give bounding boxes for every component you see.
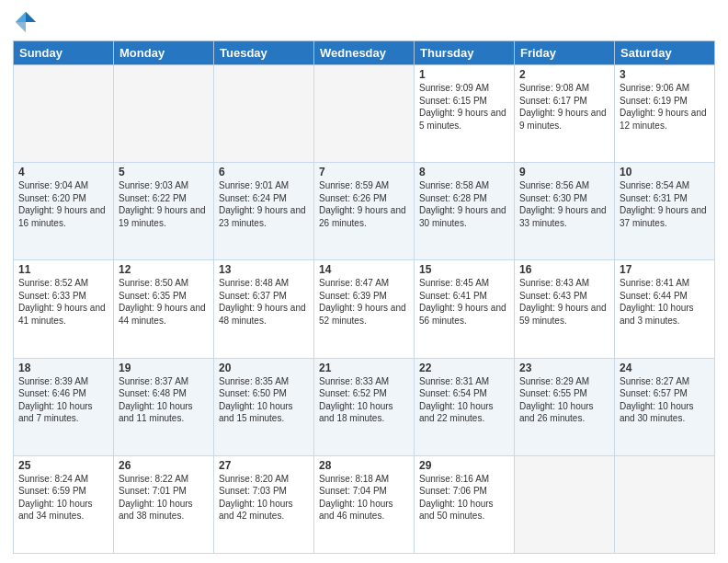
day-info: Sunrise: 8:31 AM Sunset: 6:54 PM Dayligh… (419, 375, 509, 425)
table-row: 22Sunrise: 8:31 AM Sunset: 6:54 PM Dayli… (415, 358, 515, 455)
table-row (114, 65, 214, 163)
table-row: 2Sunrise: 9:08 AM Sunset: 6:17 PM Daylig… (515, 65, 615, 163)
day-info: Sunrise: 8:16 AM Sunset: 7:06 PM Dayligh… (419, 473, 509, 523)
table-row: 8Sunrise: 8:58 AM Sunset: 6:28 PM Daylig… (415, 163, 515, 260)
table-row: 14Sunrise: 8:47 AM Sunset: 6:39 PM Dayli… (314, 260, 415, 358)
day-info: Sunrise: 8:47 AM Sunset: 6:39 PM Dayligh… (319, 277, 409, 327)
day-info: Sunrise: 8:56 AM Sunset: 6:30 PM Dayligh… (519, 179, 609, 229)
table-row: 5Sunrise: 9:03 AM Sunset: 6:22 PM Daylig… (114, 163, 214, 260)
header (13, 9, 715, 35)
day-info: Sunrise: 8:18 AM Sunset: 7:04 PM Dayligh… (319, 473, 409, 523)
day-info: Sunrise: 9:06 AM Sunset: 6:19 PM Dayligh… (620, 82, 710, 132)
day-number: 3 (620, 68, 710, 81)
calendar-week-row: 25Sunrise: 8:24 AM Sunset: 6:59 PM Dayli… (14, 455, 715, 553)
calendar-week-row: 1Sunrise: 9:09 AM Sunset: 6:15 PM Daylig… (14, 65, 715, 163)
table-row (214, 65, 314, 163)
table-row: 27Sunrise: 8:20 AM Sunset: 7:03 PM Dayli… (214, 455, 314, 553)
table-row: 20Sunrise: 8:35 AM Sunset: 6:50 PM Dayli… (214, 358, 314, 455)
day-info: Sunrise: 8:54 AM Sunset: 6:31 PM Dayligh… (620, 179, 710, 229)
calendar-week-row: 18Sunrise: 8:39 AM Sunset: 6:46 PM Dayli… (14, 358, 715, 455)
day-info: Sunrise: 9:01 AM Sunset: 6:24 PM Dayligh… (219, 179, 309, 229)
day-number: 12 (119, 263, 209, 276)
day-number: 26 (119, 459, 209, 472)
day-number: 11 (18, 263, 108, 276)
table-row (515, 455, 615, 553)
day-number: 18 (18, 362, 108, 374)
day-number: 24 (620, 362, 710, 374)
day-info: Sunrise: 8:20 AM Sunset: 7:03 PM Dayligh… (219, 473, 309, 523)
day-info: Sunrise: 8:29 AM Sunset: 6:55 PM Dayligh… (519, 375, 609, 425)
day-number: 21 (319, 362, 409, 374)
day-number: 29 (419, 459, 509, 472)
day-info: Sunrise: 8:43 AM Sunset: 6:43 PM Dayligh… (519, 277, 609, 327)
day-number: 7 (319, 166, 409, 178)
col-tuesday: Tuesday (214, 41, 314, 65)
day-info: Sunrise: 8:52 AM Sunset: 6:33 PM Dayligh… (18, 277, 108, 327)
page: Sunday Monday Tuesday Wednesday Thursday… (0, 0, 728, 563)
table-row: 19Sunrise: 8:37 AM Sunset: 6:48 PM Dayli… (114, 358, 214, 455)
day-number: 22 (419, 362, 509, 374)
table-row: 24Sunrise: 8:27 AM Sunset: 6:57 PM Dayli… (615, 358, 715, 455)
svg-marker-1 (16, 12, 26, 22)
table-row: 17Sunrise: 8:41 AM Sunset: 6:44 PM Dayli… (615, 260, 715, 358)
day-number: 13 (219, 263, 309, 276)
day-info: Sunrise: 9:09 AM Sunset: 6:15 PM Dayligh… (419, 82, 509, 132)
table-row: 21Sunrise: 8:33 AM Sunset: 6:52 PM Dayli… (314, 358, 415, 455)
calendar-header-row: Sunday Monday Tuesday Wednesday Thursday… (14, 41, 715, 65)
table-row: 26Sunrise: 8:22 AM Sunset: 7:01 PM Dayli… (114, 455, 214, 553)
day-number: 8 (419, 166, 509, 178)
col-thursday: Thursday (415, 41, 515, 65)
col-saturday: Saturday (615, 41, 715, 65)
day-info: Sunrise: 9:03 AM Sunset: 6:22 PM Dayligh… (119, 179, 209, 229)
calendar-table: Sunday Monday Tuesday Wednesday Thursday… (13, 40, 715, 554)
day-info: Sunrise: 8:33 AM Sunset: 6:52 PM Dayligh… (319, 375, 409, 425)
day-number: 19 (119, 362, 209, 374)
svg-marker-2 (16, 22, 26, 32)
day-number: 10 (620, 166, 710, 178)
day-info: Sunrise: 8:27 AM Sunset: 6:57 PM Dayligh… (620, 375, 710, 425)
day-number: 5 (119, 166, 209, 178)
day-info: Sunrise: 8:48 AM Sunset: 6:37 PM Dayligh… (219, 277, 309, 327)
calendar-week-row: 4Sunrise: 9:04 AM Sunset: 6:20 PM Daylig… (14, 163, 715, 260)
day-info: Sunrise: 8:50 AM Sunset: 6:35 PM Dayligh… (119, 277, 209, 327)
table-row: 1Sunrise: 9:09 AM Sunset: 6:15 PM Daylig… (415, 65, 515, 163)
day-number: 27 (219, 459, 309, 472)
table-row (14, 65, 114, 163)
day-number: 9 (519, 166, 609, 178)
col-monday: Monday (114, 41, 214, 65)
day-info: Sunrise: 8:59 AM Sunset: 6:26 PM Dayligh… (319, 179, 409, 229)
svg-marker-0 (26, 12, 36, 22)
day-info: Sunrise: 8:39 AM Sunset: 6:46 PM Dayligh… (18, 375, 108, 425)
table-row: 29Sunrise: 8:16 AM Sunset: 7:06 PM Dayli… (415, 455, 515, 553)
table-row: 9Sunrise: 8:56 AM Sunset: 6:30 PM Daylig… (515, 163, 615, 260)
day-info: Sunrise: 8:45 AM Sunset: 6:41 PM Dayligh… (419, 277, 509, 327)
day-number: 14 (319, 263, 409, 276)
table-row: 25Sunrise: 8:24 AM Sunset: 6:59 PM Dayli… (14, 455, 114, 553)
day-number: 28 (319, 459, 409, 472)
col-friday: Friday (515, 41, 615, 65)
day-number: 6 (219, 166, 309, 178)
table-row: 12Sunrise: 8:50 AM Sunset: 6:35 PM Dayli… (114, 260, 214, 358)
table-row: 28Sunrise: 8:18 AM Sunset: 7:04 PM Dayli… (314, 455, 415, 553)
table-row: 13Sunrise: 8:48 AM Sunset: 6:37 PM Dayli… (214, 260, 314, 358)
day-number: 4 (18, 166, 108, 178)
col-wednesday: Wednesday (314, 41, 415, 65)
table-row: 23Sunrise: 8:29 AM Sunset: 6:55 PM Dayli… (515, 358, 615, 455)
table-row: 16Sunrise: 8:43 AM Sunset: 6:43 PM Dayli… (515, 260, 615, 358)
day-info: Sunrise: 9:08 AM Sunset: 6:17 PM Dayligh… (519, 82, 609, 132)
day-number: 16 (519, 263, 609, 276)
table-row: 7Sunrise: 8:59 AM Sunset: 6:26 PM Daylig… (314, 163, 415, 260)
table-row (314, 65, 415, 163)
table-row (615, 455, 715, 553)
day-info: Sunrise: 9:04 AM Sunset: 6:20 PM Dayligh… (18, 179, 108, 229)
day-number: 1 (419, 68, 509, 81)
day-number: 25 (18, 459, 108, 472)
day-info: Sunrise: 8:41 AM Sunset: 6:44 PM Dayligh… (620, 277, 710, 327)
table-row: 11Sunrise: 8:52 AM Sunset: 6:33 PM Dayli… (14, 260, 114, 358)
logo (13, 9, 42, 35)
table-row: 15Sunrise: 8:45 AM Sunset: 6:41 PM Dayli… (415, 260, 515, 358)
day-info: Sunrise: 8:37 AM Sunset: 6:48 PM Dayligh… (119, 375, 209, 425)
table-row: 3Sunrise: 9:06 AM Sunset: 6:19 PM Daylig… (615, 65, 715, 163)
day-number: 23 (519, 362, 609, 374)
table-row: 4Sunrise: 9:04 AM Sunset: 6:20 PM Daylig… (14, 163, 114, 260)
